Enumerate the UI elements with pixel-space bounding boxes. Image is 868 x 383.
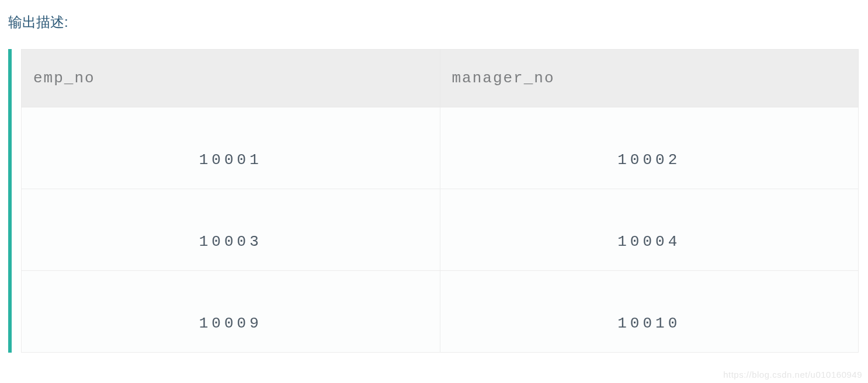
cell-manager-no: 10010: [440, 271, 859, 353]
table-row: 10003 10004: [22, 189, 859, 271]
table-row: 10009 10010: [22, 271, 859, 353]
cell-manager-no: 10002: [440, 107, 859, 189]
output-table: emp_no manager_no 10001 10002 10003 1000…: [21, 49, 859, 353]
cell-manager-no: 10004: [440, 189, 859, 271]
cell-emp-no: 10003: [22, 189, 440, 271]
output-table-container: emp_no manager_no 10001 10002 10003 1000…: [8, 49, 859, 353]
col-header-emp-no: emp_no: [22, 50, 440, 107]
table-row: 10001 10002: [22, 107, 859, 189]
cell-emp-no: 10001: [22, 107, 440, 189]
table-header-row: emp_no manager_no: [22, 50, 859, 107]
watermark-text: https://blog.csdn.net/u010160949: [723, 370, 862, 379]
col-header-manager-no: manager_no: [440, 50, 859, 107]
cell-emp-no: 10009: [22, 271, 440, 353]
section-title: 输出描述:: [0, 0, 868, 32]
